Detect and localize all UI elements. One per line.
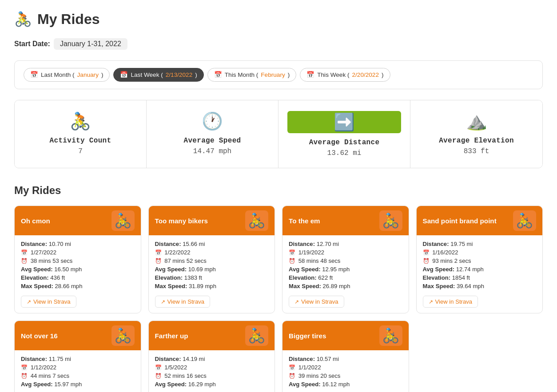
ride-title-to-the-em: To the em — [289, 217, 320, 225]
ride-card-to-the-em-body: Distance: 12.70 mi 📅 1/19/2022 ⏰ 58 mins… — [282, 235, 409, 313]
ride-distance: Distance: 11.75 mi — [21, 356, 135, 362]
stat-card-average-speed: 🕐 Average Speed 14.47 mph — [147, 100, 278, 168]
filter-last-week-highlight: 2/13/2022 — [166, 71, 192, 78]
external-link-icon: ↗ — [161, 299, 165, 305]
external-link-icon: ↗ — [294, 299, 299, 305]
ride-title-not-over-16: Not over 16 — [21, 332, 58, 340]
ride-date: 📅 1/22/2022 — [155, 249, 269, 256]
filter-this-month-highlight: February — [261, 71, 285, 78]
page-title: My Rides — [37, 11, 99, 28]
ride-avg-speed: Avg Speed: 10.69 mph — [155, 266, 269, 273]
ride-card-farther-up: Farther up 🚴 Distance: 14.19 mi 📅 1/5/20… — [148, 321, 275, 392]
start-date-label: Start Date: — [14, 40, 50, 48]
ride-distance: Distance: 10.70 mi — [21, 241, 135, 247]
strava-link-to-the-em[interactable]: ↗ View in Strava — [289, 296, 344, 308]
ride-distance: Distance: 14.19 mi — [155, 356, 269, 362]
ride-card-not-over-16-header: Not over 16 🚴 — [15, 321, 141, 350]
filter-last-week[interactable]: 📅 Last Week (2/13/2022) — [113, 68, 203, 82]
ride-avg-speed: Avg Speed: 15.97 mph — [21, 381, 135, 388]
calendar-icon: 📅 — [306, 71, 314, 79]
strava-link-too-many-bikers[interactable]: ↗ View in Strava — [155, 296, 211, 308]
activity-count-label: Activity Count — [24, 137, 137, 145]
ride-avg-speed: Avg Speed: 12.95 mph — [289, 266, 402, 273]
ride-max-speed: Max Speed: 31.89 mph — [155, 283, 269, 289]
ride-card-bigger-tires-header: Bigger tires 🚴 — [282, 321, 409, 350]
ride-distance: Distance: 10.57 mi — [289, 356, 402, 362]
ride-date: 📅 1/12/2022 — [21, 364, 135, 371]
ride-cyclist-icon: 🚴 — [379, 325, 402, 346]
average-elevation-label: Average Elevation — [419, 137, 533, 145]
ride-card-sand-point-header: Sand point brand point 🚴 — [417, 206, 543, 235]
ride-card-bigger-tires-body: Distance: 10.57 mi 📅 1/1/2022 ⏰ 39 mins … — [282, 350, 409, 392]
ride-time: ⏰ 44 mins 7 secs — [21, 372, 135, 379]
external-link-icon: ↗ — [27, 299, 31, 305]
calendar-icon: 📅 — [120, 71, 128, 79]
ride-card-too-many-bikers-body: Distance: 15.66 mi 📅 1/22/2022 ⏰ 87 mins… — [149, 235, 275, 313]
ride-elevation: Elevation: 1383 ft — [155, 274, 269, 281]
ride-title-oh-cmon: Oh cmon — [21, 217, 50, 225]
calendar-icon: 📅 — [214, 71, 222, 79]
ride-card-too-many-bikers-header: Too many bikers 🚴 — [149, 206, 275, 235]
ride-card-not-over-16: Not over 16 🚴 Distance: 11.75 mi 📅 1/12/… — [14, 321, 141, 392]
ride-avg-speed: Avg Speed: 12.74 mph — [423, 266, 537, 273]
rides-row-1: Oh cmon 🚴 Distance: 10.70 mi 📅 1/27/2022… — [14, 206, 543, 313]
external-link-icon: ↗ — [429, 299, 433, 305]
filter-this-month[interactable]: 📅 This Month (February) — [207, 68, 296, 82]
ride-title-too-many-bikers: Too many bikers — [155, 217, 208, 225]
ride-title-farther-up: Farther up — [155, 332, 188, 340]
average-speed-icon: 🕐 — [155, 111, 269, 131]
ride-card-to-the-em: To the em 🚴 Distance: 12.70 mi 📅 1/19/20… — [282, 206, 409, 313]
average-distance-value: 13.62 mi — [287, 149, 401, 157]
ride-date: 📅 1/19/2022 — [289, 249, 402, 256]
ride-elevation: Elevation: 622 ft — [289, 274, 402, 281]
ride-time: ⏰ 87 mins 52 secs — [155, 257, 269, 264]
ride-date: 📅 1/1/2022 — [289, 364, 402, 371]
ride-card-not-over-16-body: Distance: 11.75 mi 📅 1/12/2022 ⏰ 44 mins… — [15, 350, 141, 392]
activity-count-icon: 🚴 — [24, 111, 137, 131]
ride-card-oh-cmon: Oh cmon 🚴 Distance: 10.70 mi 📅 1/27/2022… — [14, 206, 141, 313]
ride-date: 📅 1/16/2022 — [423, 249, 537, 256]
stat-cards: 🚴 Activity Count 7 🕐 Average Speed 14.47… — [14, 100, 543, 168]
ride-elevation: Elevation: 1854 ft — [423, 274, 537, 281]
stat-card-average-distance: ➡️ Average Distance 13.62 mi — [278, 100, 410, 168]
filter-this-week[interactable]: 📅 This Week (2/20/2022) — [300, 68, 390, 82]
rides-row-2: Not over 16 🚴 Distance: 11.75 mi 📅 1/12/… — [14, 321, 543, 392]
ride-cyclist-icon: 🚴 — [379, 210, 402, 231]
ride-max-speed: Max Speed: 28.66 mph — [21, 283, 135, 289]
filter-this-week-highlight: 2/20/2022 — [352, 71, 379, 78]
ride-time: ⏰ 38 mins 53 secs — [21, 257, 135, 264]
ride-elevation: Elevation: 436 ft — [21, 274, 135, 281]
strava-link-oh-cmon[interactable]: ↗ View in Strava — [21, 296, 76, 308]
ride-avg-speed: Avg Speed: 16.50 mph — [21, 266, 135, 273]
ride-time: ⏰ 93 mins 2 secs — [423, 257, 537, 264]
filter-last-month-highlight: January — [77, 71, 99, 78]
ride-cyclist-icon: 🚴 — [111, 325, 135, 346]
ride-avg-speed: Avg Speed: 16.12 mph — [289, 381, 402, 388]
calendar-icon: 📅 — [30, 71, 38, 79]
ride-card-sand-point-body: Distance: 19.75 mi 📅 1/16/2022 ⏰ 93 mins… — [417, 235, 543, 313]
average-elevation-icon: ⛰️ — [419, 111, 533, 131]
average-distance-icon: ➡️ — [287, 111, 401, 133]
average-elevation-value: 833 ft — [419, 147, 533, 155]
filter-bar: 📅 Last Month (January) 📅 Last Week (2/13… — [14, 60, 543, 89]
ride-max-speed: Max Speed: 26.89 mph — [289, 283, 402, 289]
stat-card-average-elevation: ⛰️ Average Elevation 833 ft — [410, 100, 542, 168]
activity-count-value: 7 — [24, 147, 137, 155]
ride-time: ⏰ 58 mins 48 secs — [289, 257, 402, 264]
ride-card-farther-up-body: Distance: 14.19 mi 📅 1/5/2022 ⏰ 52 mins … — [149, 350, 275, 392]
ride-time: ⏰ 52 mins 16 secs — [155, 372, 269, 379]
strava-link-sand-point[interactable]: ↗ View in Strava — [423, 296, 478, 308]
start-date-value: January 1-31, 2022 — [54, 38, 127, 50]
ride-time: ⏰ 39 mins 20 secs — [289, 372, 402, 379]
average-speed-value: 14.47 mph — [155, 147, 269, 155]
filter-last-month[interactable]: 📅 Last Month (January) — [24, 68, 110, 82]
ride-distance: Distance: 15.66 mi — [155, 241, 269, 247]
ride-cyclist-icon: 🚴 — [245, 325, 268, 346]
ride-cyclist-icon: 🚴 — [245, 210, 268, 231]
ride-title-bigger-tires: Bigger tires — [289, 332, 326, 340]
ride-card-sand-point: Sand point brand point 🚴 Distance: 19.75… — [416, 206, 543, 313]
ride-card-bigger-tires: Bigger tires 🚴 Distance: 10.57 mi 📅 1/1/… — [282, 321, 409, 392]
ride-title-sand-point: Sand point brand point — [423, 217, 497, 225]
ride-cyclist-icon: 🚴 — [111, 210, 135, 231]
ride-date: 📅 1/5/2022 — [155, 364, 269, 371]
